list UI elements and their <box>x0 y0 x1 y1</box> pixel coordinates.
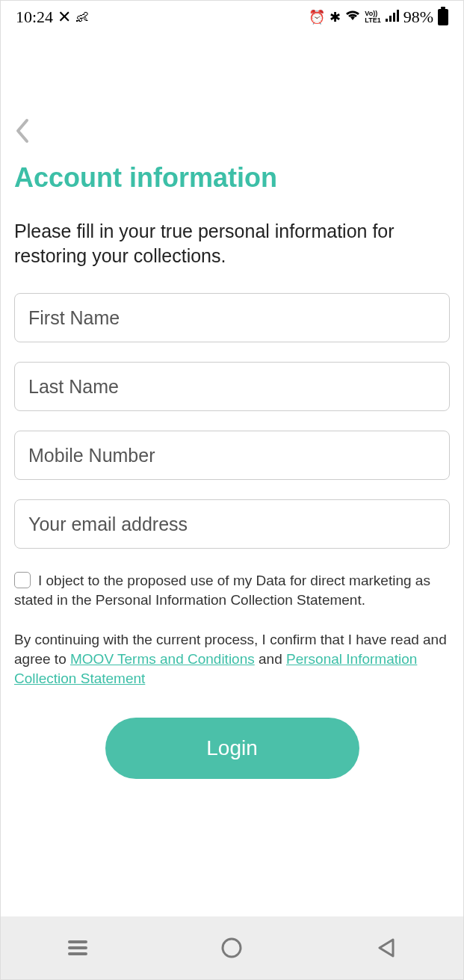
svg-rect-4 <box>68 940 87 943</box>
svg-rect-3 <box>397 10 399 22</box>
legal-and: and <box>255 651 286 667</box>
nav-recent-button[interactable] <box>64 934 91 961</box>
terms-link[interactable]: MOOV Terms and Conditions <box>70 651 255 667</box>
marketing-objection-label: I object to the proposed use of my Data … <box>14 573 430 608</box>
mobile-number-field[interactable] <box>14 431 450 480</box>
status-battery-text: 98% <box>403 7 433 27</box>
home-icon <box>220 937 243 959</box>
wifi-icon <box>345 10 360 25</box>
svg-rect-6 <box>68 952 87 955</box>
volte-icon: Vo))LTE1 <box>365 10 380 24</box>
status-left: 10:24 ✕ 👶︎ <box>16 7 89 27</box>
content-area: Account information Please fill in your … <box>1 116 463 779</box>
signal-icon <box>386 10 399 25</box>
bluetooth-icon: ✱ <box>330 9 341 25</box>
svg-rect-5 <box>68 946 87 949</box>
svg-point-7 <box>223 939 241 957</box>
alarm-icon: ⏰ <box>309 9 325 25</box>
svg-rect-0 <box>386 19 388 22</box>
svg-rect-2 <box>393 13 395 22</box>
marketing-objection-row: I object to the proposed use of my Data … <box>14 571 450 609</box>
email-field[interactable] <box>14 499 450 549</box>
chevron-left-icon <box>14 118 31 144</box>
nav-home-button[interactable] <box>218 934 245 961</box>
back-button[interactable] <box>14 116 44 146</box>
system-nav-bar <box>1 916 463 979</box>
login-button[interactable]: Login <box>105 718 359 779</box>
page-title: Account information <box>14 162 450 194</box>
recent-icon <box>66 939 89 957</box>
instruction-text: Please fill in your true personal inform… <box>14 219 450 268</box>
tools-icon: ✕ <box>58 7 71 27</box>
legal-text: By continuing with the current process, … <box>14 630 450 688</box>
last-name-field[interactable] <box>14 362 450 411</box>
child-icon: 👶︎ <box>75 10 89 25</box>
status-right: ⏰ ✱ Vo))LTE1 98% <box>309 7 448 27</box>
svg-rect-1 <box>389 16 392 22</box>
status-bar: 10:24 ✕ 👶︎ ⏰ ✱ Vo))LTE1 98% <box>1 1 463 34</box>
battery-icon <box>438 9 448 25</box>
back-icon <box>377 937 396 958</box>
marketing-objection-checkbox[interactable] <box>14 572 31 588</box>
status-time: 10:24 <box>16 7 53 27</box>
nav-back-button[interactable] <box>373 934 400 961</box>
first-name-field[interactable] <box>14 293 450 342</box>
